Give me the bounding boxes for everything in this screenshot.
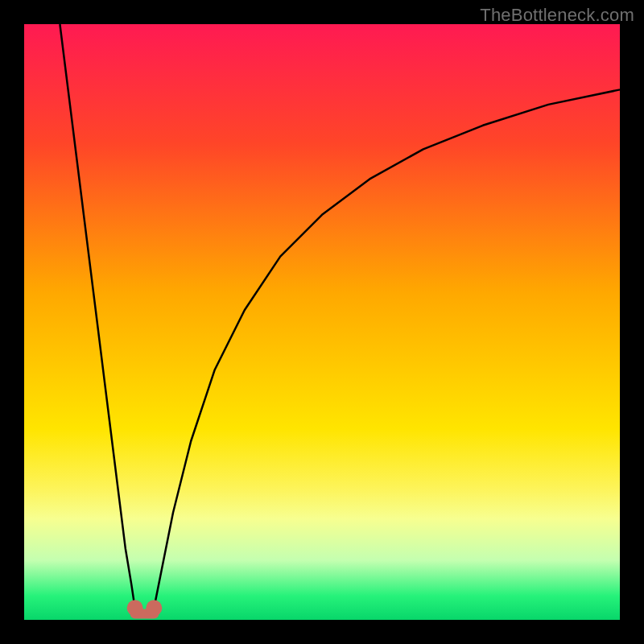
series-left-branch (60, 24, 134, 608)
valley-marker (127, 600, 143, 616)
chart-svg (24, 24, 620, 620)
series-right-branch (154, 89, 620, 608)
watermark-label: TheBottleneck.com (480, 5, 634, 26)
valley-marker (146, 600, 162, 616)
chart-frame (24, 24, 620, 620)
